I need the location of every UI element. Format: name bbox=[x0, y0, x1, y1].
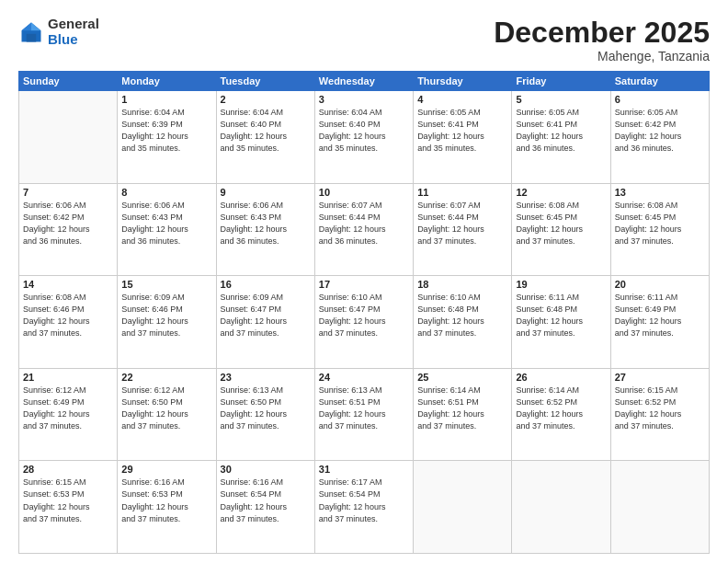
weekday-header-saturday: Saturday bbox=[610, 72, 709, 91]
day-number: 7 bbox=[23, 187, 113, 198]
day-number: 23 bbox=[221, 372, 311, 383]
logo-general: General bbox=[48, 17, 99, 32]
day-cell: 7Sunrise: 6:06 AM Sunset: 6:42 PM Daylig… bbox=[19, 183, 118, 276]
day-info: Sunrise: 6:06 AM Sunset: 6:42 PM Dayligh… bbox=[23, 200, 113, 247]
day-cell: 28Sunrise: 6:15 AM Sunset: 6:53 PM Dayli… bbox=[19, 461, 118, 554]
day-cell: 26Sunrise: 6:14 AM Sunset: 6:52 PM Dayli… bbox=[512, 368, 610, 461]
logo: General Blue bbox=[18, 17, 99, 47]
header: General Blue December 2025 Mahenge, Tanz… bbox=[18, 17, 710, 63]
day-number: 5 bbox=[516, 94, 606, 105]
day-info: Sunrise: 6:04 AM Sunset: 6:40 PM Dayligh… bbox=[221, 107, 311, 155]
day-number: 18 bbox=[417, 279, 507, 290]
day-cell: 23Sunrise: 6:13 AM Sunset: 6:50 PM Dayli… bbox=[216, 368, 314, 461]
svg-marker-2 bbox=[22, 22, 32, 30]
day-number: 6 bbox=[615, 94, 705, 105]
day-info: Sunrise: 6:04 AM Sunset: 6:40 PM Dayligh… bbox=[319, 107, 409, 155]
day-cell bbox=[19, 91, 118, 184]
day-cell: 11Sunrise: 6:07 AM Sunset: 6:44 PM Dayli… bbox=[414, 183, 512, 276]
day-cell: 15Sunrise: 6:09 AM Sunset: 6:46 PM Dayli… bbox=[118, 276, 216, 369]
day-cell: 18Sunrise: 6:10 AM Sunset: 6:48 PM Dayli… bbox=[414, 276, 512, 369]
day-cell: 25Sunrise: 6:14 AM Sunset: 6:51 PM Dayli… bbox=[414, 368, 512, 461]
day-cell: 5Sunrise: 6:05 AM Sunset: 6:41 PM Daylig… bbox=[512, 91, 610, 184]
day-info: Sunrise: 6:08 AM Sunset: 6:45 PM Dayligh… bbox=[615, 200, 705, 247]
day-info: Sunrise: 6:06 AM Sunset: 6:43 PM Dayligh… bbox=[121, 200, 211, 247]
day-number: 2 bbox=[221, 94, 311, 105]
location-title: Mahenge, Tanzania bbox=[494, 49, 710, 63]
day-number: 25 bbox=[417, 372, 507, 383]
day-info: Sunrise: 6:15 AM Sunset: 6:52 PM Dayligh… bbox=[615, 385, 705, 432]
day-info: Sunrise: 6:14 AM Sunset: 6:52 PM Dayligh… bbox=[516, 385, 606, 432]
day-info: Sunrise: 6:13 AM Sunset: 6:51 PM Dayligh… bbox=[319, 385, 409, 432]
day-info: Sunrise: 6:09 AM Sunset: 6:46 PM Dayligh… bbox=[121, 292, 211, 339]
day-info: Sunrise: 6:10 AM Sunset: 6:48 PM Dayligh… bbox=[417, 292, 507, 339]
day-number: 15 bbox=[121, 279, 211, 290]
day-cell: 17Sunrise: 6:10 AM Sunset: 6:47 PM Dayli… bbox=[314, 276, 413, 369]
day-info: Sunrise: 6:11 AM Sunset: 6:49 PM Dayligh… bbox=[615, 292, 705, 339]
week-row-1: 1Sunrise: 6:04 AM Sunset: 6:39 PM Daylig… bbox=[19, 91, 710, 184]
day-number: 24 bbox=[319, 372, 409, 383]
day-info: Sunrise: 6:05 AM Sunset: 6:41 PM Dayligh… bbox=[516, 107, 606, 155]
day-cell: 27Sunrise: 6:15 AM Sunset: 6:52 PM Dayli… bbox=[610, 368, 709, 461]
weekday-header-wednesday: Wednesday bbox=[314, 72, 413, 91]
weekday-header-sunday: Sunday bbox=[19, 72, 118, 91]
svg-rect-3 bbox=[27, 33, 37, 41]
day-number: 28 bbox=[23, 464, 113, 475]
day-number: 13 bbox=[615, 187, 705, 198]
day-cell bbox=[512, 461, 610, 554]
logo-blue: Blue bbox=[48, 32, 99, 48]
week-row-2: 7Sunrise: 6:06 AM Sunset: 6:42 PM Daylig… bbox=[19, 183, 710, 276]
day-cell: 9Sunrise: 6:06 AM Sunset: 6:43 PM Daylig… bbox=[216, 183, 314, 276]
day-number: 19 bbox=[516, 279, 606, 290]
day-number: 14 bbox=[23, 279, 113, 290]
day-info: Sunrise: 6:08 AM Sunset: 6:46 PM Dayligh… bbox=[23, 292, 113, 339]
day-cell: 20Sunrise: 6:11 AM Sunset: 6:49 PM Dayli… bbox=[610, 276, 709, 369]
day-info: Sunrise: 6:10 AM Sunset: 6:47 PM Dayligh… bbox=[319, 292, 409, 339]
day-cell: 14Sunrise: 6:08 AM Sunset: 6:46 PM Dayli… bbox=[19, 276, 118, 369]
week-row-4: 21Sunrise: 6:12 AM Sunset: 6:49 PM Dayli… bbox=[19, 368, 710, 461]
day-number: 11 bbox=[417, 187, 507, 198]
day-info: Sunrise: 6:12 AM Sunset: 6:49 PM Dayligh… bbox=[23, 385, 113, 432]
page: General Blue December 2025 Mahenge, Tanz… bbox=[0, 0, 728, 563]
day-cell: 1Sunrise: 6:04 AM Sunset: 6:39 PM Daylig… bbox=[118, 91, 216, 184]
logo-text: General Blue bbox=[48, 17, 99, 47]
day-cell: 30Sunrise: 6:16 AM Sunset: 6:54 PM Dayli… bbox=[216, 461, 314, 554]
week-row-3: 14Sunrise: 6:08 AM Sunset: 6:46 PM Dayli… bbox=[19, 276, 710, 369]
day-cell: 2Sunrise: 6:04 AM Sunset: 6:40 PM Daylig… bbox=[216, 91, 314, 184]
weekday-header-thursday: Thursday bbox=[414, 72, 512, 91]
day-info: Sunrise: 6:15 AM Sunset: 6:53 PM Dayligh… bbox=[23, 477, 113, 524]
day-number: 17 bbox=[319, 279, 409, 290]
day-number: 9 bbox=[221, 187, 311, 198]
day-cell: 6Sunrise: 6:05 AM Sunset: 6:42 PM Daylig… bbox=[610, 91, 709, 184]
day-info: Sunrise: 6:04 AM Sunset: 6:39 PM Dayligh… bbox=[121, 107, 211, 155]
day-number: 27 bbox=[615, 372, 705, 383]
day-cell: 3Sunrise: 6:04 AM Sunset: 6:40 PM Daylig… bbox=[314, 91, 413, 184]
day-number: 10 bbox=[319, 187, 409, 198]
day-info: Sunrise: 6:07 AM Sunset: 6:44 PM Dayligh… bbox=[319, 200, 409, 247]
day-info: Sunrise: 6:05 AM Sunset: 6:41 PM Dayligh… bbox=[417, 107, 507, 155]
day-number: 3 bbox=[319, 94, 409, 105]
day-info: Sunrise: 6:11 AM Sunset: 6:48 PM Dayligh… bbox=[516, 292, 606, 339]
day-cell: 24Sunrise: 6:13 AM Sunset: 6:51 PM Dayli… bbox=[314, 368, 413, 461]
day-cell: 10Sunrise: 6:07 AM Sunset: 6:44 PM Dayli… bbox=[314, 183, 413, 276]
day-number: 12 bbox=[516, 187, 606, 198]
day-info: Sunrise: 6:16 AM Sunset: 6:54 PM Dayligh… bbox=[221, 477, 311, 524]
day-cell: 19Sunrise: 6:11 AM Sunset: 6:48 PM Dayli… bbox=[512, 276, 610, 369]
svg-marker-1 bbox=[31, 22, 41, 30]
day-number: 29 bbox=[121, 464, 211, 475]
day-number: 30 bbox=[221, 464, 311, 475]
day-cell: 16Sunrise: 6:09 AM Sunset: 6:47 PM Dayli… bbox=[216, 276, 314, 369]
day-cell: 22Sunrise: 6:12 AM Sunset: 6:50 PM Dayli… bbox=[118, 368, 216, 461]
day-number: 8 bbox=[121, 187, 211, 198]
day-info: Sunrise: 6:05 AM Sunset: 6:42 PM Dayligh… bbox=[615, 107, 705, 155]
day-cell: 8Sunrise: 6:06 AM Sunset: 6:43 PM Daylig… bbox=[118, 183, 216, 276]
day-cell: 21Sunrise: 6:12 AM Sunset: 6:49 PM Dayli… bbox=[19, 368, 118, 461]
day-cell: 31Sunrise: 6:17 AM Sunset: 6:54 PM Dayli… bbox=[314, 461, 413, 554]
day-number: 22 bbox=[121, 372, 211, 383]
calendar-table: SundayMondayTuesdayWednesdayThursdayFrid… bbox=[18, 71, 710, 554]
day-cell: 4Sunrise: 6:05 AM Sunset: 6:41 PM Daylig… bbox=[414, 91, 512, 184]
day-cell bbox=[414, 461, 512, 554]
day-cell: 29Sunrise: 6:16 AM Sunset: 6:53 PM Dayli… bbox=[118, 461, 216, 554]
day-info: Sunrise: 6:09 AM Sunset: 6:47 PM Dayligh… bbox=[221, 292, 311, 339]
day-number: 16 bbox=[221, 279, 311, 290]
day-number: 21 bbox=[23, 372, 113, 383]
